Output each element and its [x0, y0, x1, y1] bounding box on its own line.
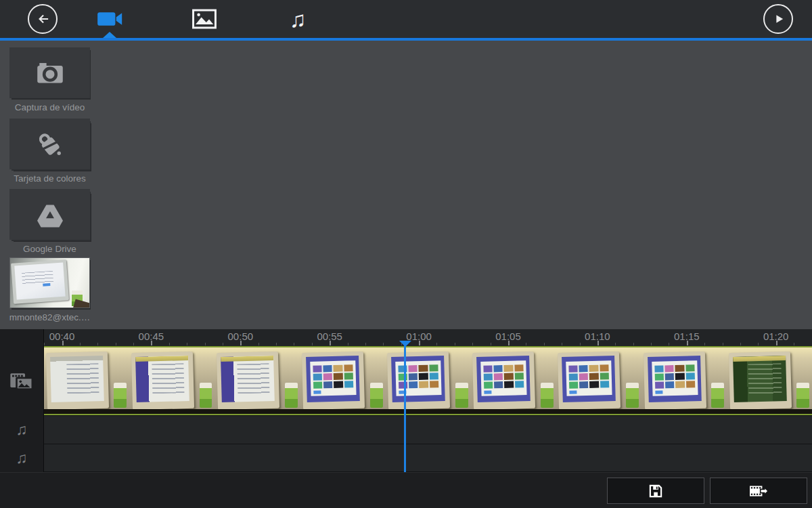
clip-frame-9 [727, 347, 812, 414]
ruler-tick [169, 343, 170, 345]
clip-frame-3 [215, 347, 300, 414]
save-button[interactable] [607, 478, 704, 504]
tab-audio[interactable]: ♫ [271, 0, 325, 38]
ruler-tick [365, 343, 366, 345]
ruler-tick [723, 343, 723, 345]
ruler-tick [597, 341, 599, 345]
save-icon [608, 482, 704, 500]
media-tabs: ♫ [0, 0, 609, 38]
play-icon [769, 10, 787, 28]
library-panel: Captura de vídeoTarjeta de coloresGoogle… [0, 41, 812, 329]
ruler-tick [491, 343, 491, 345]
timeline: 00:4000:4500:5000:5501:0001:0501:1001:15… [0, 329, 812, 472]
ruler-tick [508, 341, 510, 345]
ruler-tick [133, 343, 134, 345]
library-item-label: Captura de vídeo [0, 102, 99, 112]
ruler-tick [526, 343, 526, 345]
library-item-3[interactable] [9, 189, 90, 240]
ruler-tick [758, 343, 759, 345]
track-header-audio-1[interactable]: ♫ [0, 415, 43, 444]
bottom-toolbar [0, 472, 812, 508]
ruler-tick [205, 343, 206, 345]
clip-frame-6 [471, 347, 556, 414]
ruler-tick [704, 343, 705, 345]
ruler-tick [472, 343, 473, 345]
play-preview-button[interactable] [763, 4, 793, 34]
top-toolbar: ♫ [0, 0, 812, 38]
tab-video[interactable] [83, 0, 137, 38]
paint-bucket-icon [35, 129, 66, 160]
ruler-tick [633, 343, 634, 345]
ruler-tick [223, 343, 223, 345]
track-header-audio-2[interactable]: ♫ [0, 444, 43, 472]
ruler-tick [116, 343, 116, 345]
video-editor-app: { "topbar": { "back": {"icon": "arrow-ba… [0, 0, 812, 508]
clip-frame-4 [300, 347, 385, 414]
ruler-tick [348, 343, 348, 345]
music-note-icon: ♫ [16, 449, 27, 467]
audio-lane-1[interactable] [0, 415, 812, 444]
camera-icon [35, 58, 66, 89]
library-item-label: Tarjeta de colores [0, 173, 99, 184]
ruler-tick [669, 343, 669, 345]
ruler-tick [383, 343, 384, 345]
library-item-label: Google Drive [0, 244, 99, 254]
ruler-tick [580, 343, 581, 345]
google-drive-icon [35, 199, 66, 230]
ruler-tick [544, 343, 545, 345]
track-header-column: ♫♫ [0, 329, 44, 472]
ruler-tick [615, 343, 616, 345]
photo-thumbnail [9, 257, 90, 308]
image-icon [190, 5, 219, 33]
library-item-4[interactable] [9, 257, 90, 308]
music-note-icon: ♫ [16, 421, 27, 439]
library-item-label: mmonte82@xtec.… [0, 312, 99, 322]
clip-frame-1 [44, 347, 129, 414]
ruler-tick [258, 343, 259, 345]
music-note-icon: ♫ [290, 8, 307, 30]
ruler-tick [151, 341, 152, 345]
playhead-handle[interactable] [399, 341, 411, 347]
library-item-1[interactable] [9, 47, 90, 98]
filmstrip-image-icon [8, 367, 35, 394]
ruler-tick [294, 343, 294, 345]
ruler-tick [455, 343, 455, 345]
ruler-tick [276, 343, 277, 345]
ruler-tick [330, 341, 331, 345]
clip-frame-7 [556, 347, 641, 414]
video-camera-icon [95, 5, 124, 33]
ruler-tick [794, 343, 794, 345]
ruler-tick [562, 343, 562, 345]
ruler-tick [62, 341, 64, 345]
ruler-tick [312, 343, 313, 345]
track-header-video[interactable] [0, 364, 43, 398]
audio-lane-2[interactable] [0, 444, 812, 472]
clip-frame-8 [641, 347, 727, 414]
ruler-tick [187, 343, 187, 345]
playhead[interactable] [404, 341, 406, 472]
video-clip[interactable] [44, 346, 812, 415]
export-video-icon [710, 482, 807, 500]
ruler-tick [436, 343, 437, 345]
ruler-tick [776, 341, 777, 345]
ruler-tick [419, 341, 420, 345]
clip-frame-2 [129, 347, 215, 414]
library-item-2[interactable] [9, 119, 90, 169]
ruler-tick [80, 343, 81, 345]
ruler-tick [240, 341, 242, 345]
ruler-tick [651, 343, 652, 345]
tab-images[interactable] [177, 0, 231, 38]
ruler-tick [687, 341, 688, 345]
clip-frame-5 [385, 347, 470, 414]
ruler-tick [97, 343, 98, 345]
ruler-tick [740, 343, 741, 345]
active-tab-indicator [103, 32, 116, 38]
export-button[interactable] [710, 478, 807, 504]
ruler-tick [44, 343, 45, 345]
